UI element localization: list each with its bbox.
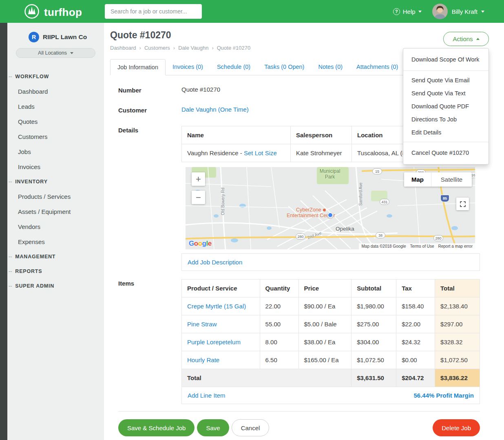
sidebar-section-inventory[interactable]: INVENTORY	[0, 174, 104, 189]
map-data-copyright: Map data ©2018 Google	[361, 244, 406, 249]
menu-item-send-quote-text[interactable]: Send Quote Via Text	[403, 87, 489, 100]
product-link[interactable]: Purple Lorepetelum	[187, 339, 241, 345]
route-shield-280: 280	[296, 233, 305, 240]
sidebar-item-expenses[interactable]: Expenses	[0, 234, 104, 249]
tab-attachments[interactable]: Attachments (0)	[349, 59, 405, 75]
sidebar-section-reports[interactable]: REPORTS	[0, 264, 104, 279]
sidebar-item-assets-equipment[interactable]: Assets / Equipment	[0, 204, 104, 219]
sidebar-item-products-services[interactable]: Products / Services	[0, 189, 104, 204]
product-link[interactable]: Pine Straw	[187, 321, 217, 328]
qty-cell: 8.00	[260, 333, 298, 351]
footer-button-bar: Save & Schedule Job Save Cancel Delete J…	[118, 419, 480, 436]
items-total-row: Total $3,631.50 $204.72 $3,836.22	[182, 369, 480, 387]
item-row: Hourly Rate 6.50 $165.00 / Ea $1,072.50 …	[182, 351, 480, 369]
customer-type-link[interactable]: (One Time)	[218, 106, 249, 113]
menu-item-download-scope-of-work[interactable]: Download Scope Of Work	[403, 52, 489, 68]
brand-logo[interactable]: turfhop	[24, 3, 82, 21]
route-shield-38: 38	[376, 232, 385, 238]
delete-job-button[interactable]: Delete Job	[433, 419, 480, 436]
qty-cell: 22.00	[260, 297, 298, 315]
menu-divider	[403, 70, 489, 71]
tax-cell: $22.00	[396, 315, 435, 333]
sidebar-item-dashboard[interactable]: Dashboard	[0, 84, 104, 99]
items-header-subtotal: Subtotal	[351, 279, 396, 297]
menu-item-edit-details[interactable]: Edit Details	[403, 126, 489, 139]
map-zoom-in-button[interactable]: +	[192, 172, 205, 186]
satellite-view-button[interactable]: Satellite	[431, 172, 472, 187]
sidebar: R RIIPL Lawn Co All Locations WORKFLOW D…	[0, 23, 104, 440]
user-menu[interactable]: Billy Kraft	[452, 8, 484, 15]
sidebar-item-customers[interactable]: Customers	[0, 129, 104, 144]
sidebar-section-workflow[interactable]: WORKFLOW	[0, 69, 104, 84]
tab-job-information[interactable]: Job Information	[110, 59, 166, 75]
qty-cell: 55.00	[260, 315, 298, 333]
page-header: Quote #10270 Dashboard Customers Dale Va…	[104, 23, 504, 51]
sidebar-section-management[interactable]: MANAGEMENT	[0, 249, 104, 264]
set-lot-size-link[interactable]: Set Lot Size	[244, 150, 277, 156]
map-street-old-bowery-rd: Old Bowery Rd	[221, 188, 225, 215]
sidebar-item-quotes[interactable]: Quotes	[0, 114, 104, 129]
map-label-opelika: Opelika	[336, 226, 354, 232]
help-menu[interactable]: ? Help	[393, 8, 422, 15]
map-location-marker[interactable]	[327, 212, 333, 218]
items-footer: Add Line Item 56.44% Profit Margin	[181, 387, 480, 404]
salesperson-cell: Kate Strohmeyer	[291, 144, 352, 162]
breadcrumb-dale-vaughn[interactable]: Dale Vaughn	[173, 45, 209, 51]
avatar[interactable]	[432, 4, 448, 19]
customer-link[interactable]: Dale Vaughn	[181, 106, 217, 113]
items-row: Items Product / Service Quantity Price S…	[118, 279, 480, 404]
tab-invoices[interactable]: Invoices (0)	[166, 59, 210, 75]
company-row[interactable]: R RIIPL Lawn Co	[29, 32, 104, 42]
profit-margin: 56.44% Profit Margin	[413, 392, 474, 399]
subtotal-cell: $275.00	[351, 315, 396, 333]
price-cell: $165.00 / Ea	[298, 351, 351, 369]
actions-button[interactable]: Actions	[443, 32, 489, 46]
map-fullscreen-button[interactable]	[456, 198, 469, 210]
add-line-item-link[interactable]: Add Line Item	[188, 392, 225, 399]
tab-notes[interactable]: Notes (0)	[311, 59, 349, 75]
sidebar-dark-strip	[0, 23, 7, 440]
items-header-price: Price	[298, 279, 351, 297]
search-input[interactable]	[105, 4, 202, 19]
product-link[interactable]: Crepe Myrtle (15 Gal)	[187, 303, 246, 310]
chevron-down-icon	[70, 52, 73, 54]
sidebar-item-invoices[interactable]: Invoices	[0, 159, 104, 174]
map-view-button[interactable]: Map	[404, 172, 431, 187]
save-schedule-job-button[interactable]: Save & Schedule Job	[118, 419, 195, 436]
terms-of-use-link[interactable]: Terms of Use	[410, 244, 434, 249]
actions-label: Actions	[453, 35, 473, 42]
add-job-description-box: Add Job Description	[181, 253, 480, 271]
locations-selector[interactable]: All Locations	[16, 48, 95, 58]
product-link[interactable]: Hourly Rate	[187, 356, 219, 363]
save-button[interactable]: Save	[197, 419, 229, 436]
footer-divider	[118, 411, 480, 411]
map-zoom-out-button[interactable]: −	[192, 191, 205, 204]
sidebar-section-super-admin[interactable]: SUPER ADMIN	[0, 279, 104, 293]
menu-item-send-quote-email[interactable]: Send Quote Via Email	[403, 74, 489, 87]
tab-schedule[interactable]: Schedule (0)	[210, 59, 257, 75]
add-job-description-link[interactable]: Add Job Description	[188, 259, 242, 266]
total-cell: $328.32	[435, 333, 480, 351]
sidebar-item-leads[interactable]: Leads	[0, 99, 104, 114]
sidebar-item-vendors[interactable]: Vendors	[0, 219, 104, 234]
page-title: Quote #10270	[110, 30, 489, 41]
sidebar-item-jobs[interactable]: Jobs	[0, 144, 104, 159]
poi-dot-icon	[323, 209, 326, 211]
breadcrumb-customers[interactable]: Customers	[139, 45, 170, 51]
caret-up-icon	[476, 38, 480, 40]
cancel-button[interactable]: Cancel	[232, 419, 270, 436]
menu-item-download-quote-pdf[interactable]: Download Quote PDF	[403, 100, 489, 113]
tax-cell: $24.32	[396, 333, 435, 351]
items-header-tax: Tax	[396, 279, 435, 297]
tab-tasks[interactable]: Tasks (0 Open)	[257, 59, 311, 75]
total-cell: $2,138.40	[435, 297, 480, 315]
price-cell: $38.00 / Ea	[298, 333, 351, 351]
report-map-error-link[interactable]: Report a map error	[438, 244, 473, 249]
items-header-total: Total	[435, 279, 480, 297]
google-logo[interactable]: Google	[189, 240, 212, 248]
breadcrumb-dashboard[interactable]: Dashboard	[110, 45, 136, 51]
menu-item-cancel-quote[interactable]: Cancel Quote #10270	[403, 145, 489, 161]
chevron-down-icon	[418, 11, 422, 13]
turfhop-grass-icon	[24, 3, 40, 21]
menu-item-directions-to-job[interactable]: Directions To Job	[403, 113, 489, 126]
